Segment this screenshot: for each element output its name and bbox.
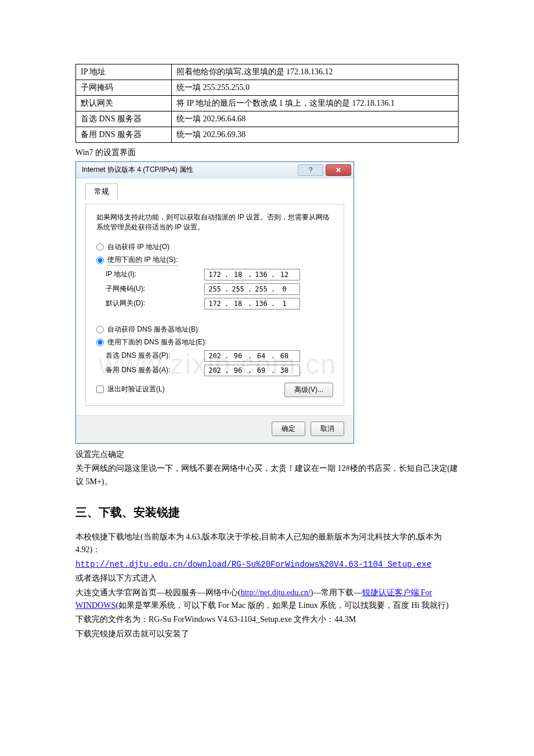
radio-manual-dns-label: 使用下面的 DNS 服务器地址(E): bbox=[107, 337, 207, 347]
panel-description: 如果网络支持此功能，则可以获取自动指派的 IP 设置。否则，您需要从网络系统管理… bbox=[96, 213, 333, 231]
ip-octet[interactable]: 172 bbox=[205, 300, 225, 308]
cell-key: 子网掩码 bbox=[76, 80, 172, 96]
radio-manual-dns[interactable]: 使用下面的 DNS 服务器地址(E): bbox=[96, 337, 333, 347]
ip-octet[interactable]: 18 bbox=[228, 300, 248, 308]
ip-octet[interactable]: 136 bbox=[251, 271, 271, 279]
general-panel: 如果网络支持此功能，则可以获取自动指派的 IP 设置。否则，您需要从网络系统管理… bbox=[85, 204, 344, 405]
cell-val: 将 IP 地址的最后一个数改成 1 填上，这里填的是 172.18.136.1 bbox=[172, 96, 459, 111]
table-row: 备用 DNS 服务器统一填 202.96.69.38 bbox=[76, 127, 459, 143]
ok-button[interactable]: 确定 bbox=[272, 422, 305, 436]
ip-config-table: IP 地址照着他给你的填写,这里填的是 172.18.136.12 子网掩码统一… bbox=[75, 64, 459, 143]
dns1-label: 首选 DNS 服务器(P): bbox=[106, 351, 204, 361]
field-gateway: 默认网关(D): 172. 18. 136. 1 bbox=[106, 298, 333, 309]
dialog-button-row: 确定 取消 bbox=[76, 415, 353, 443]
section3-p4: 下载完的文件名为：RG-Su ForWindows V4.63-1104_Set… bbox=[75, 613, 459, 626]
ip-octet[interactable]: 64 bbox=[251, 352, 271, 360]
ip-octet[interactable]: 255 bbox=[205, 285, 225, 293]
caption-win7: Win7 的设置界面 bbox=[75, 146, 459, 159]
cell-val: 统一填 202.96.64.68 bbox=[172, 111, 459, 127]
ip-octet[interactable]: 202 bbox=[205, 352, 225, 360]
ip-octet[interactable]: 96 bbox=[228, 366, 248, 375]
text: (如果是苹果系统，可以下载 For Mac 版的，如果是 Linux 系统，可以… bbox=[116, 601, 449, 610]
text: 大连交通大学官网首页—校园服务—网络中心( bbox=[75, 588, 241, 597]
checkbox-validate-input[interactable] bbox=[96, 386, 104, 393]
section3-p2: 或者选择以下方式进入 bbox=[75, 572, 459, 585]
tab-general[interactable]: 常规 bbox=[85, 183, 118, 200]
close-button[interactable]: ✕ bbox=[326, 164, 351, 176]
section3-heading: 三、下载、安装锐捷 bbox=[75, 505, 459, 520]
field-dns1: 首选 DNS 服务器(P): 202. 96. 64. 68 bbox=[106, 350, 333, 362]
tcpip-properties-dialog: Internet 协议版本 4 (TCP/IPv4) 属性 ? ✕ 常规 如果网… bbox=[75, 161, 354, 443]
cell-key: 首选 DNS 服务器 bbox=[76, 111, 172, 127]
mask-input[interactable]: 255. 255. 255. 0 bbox=[204, 283, 300, 295]
gateway-input[interactable]: 172. 18. 136. 1 bbox=[204, 298, 300, 309]
radio-manual-ip-input[interactable] bbox=[96, 257, 104, 264]
dns1-input[interactable]: 202. 96. 64. 68 bbox=[204, 350, 300, 362]
ip-octet[interactable]: 172 bbox=[205, 271, 225, 279]
section3-p5: 下载完锐捷后双击就可以安装了 bbox=[75, 628, 459, 640]
dns2-input[interactable]: 202. 96. 69. 38 bbox=[204, 365, 300, 376]
checkbox-validate-label: 退出时验证设置(L) bbox=[107, 384, 165, 394]
table-row: 首选 DNS 服务器统一填 202.96.64.68 bbox=[76, 111, 459, 127]
ip-octet[interactable]: 202 bbox=[205, 366, 225, 375]
cancel-button[interactable]: 取消 bbox=[311, 422, 344, 436]
mask-label: 子网掩码(U): bbox=[106, 284, 204, 294]
ip-input[interactable]: 172. 18. 136. 12 bbox=[204, 269, 300, 280]
download-link[interactable]: http://net.djtu.edu.cn/download/RG-Su%20… bbox=[75, 560, 431, 569]
advanced-button[interactable]: 高级(V)... bbox=[284, 383, 333, 397]
ip-octet[interactable]: 12 bbox=[275, 271, 294, 279]
ip-octet[interactable]: 0 bbox=[275, 285, 294, 293]
cell-key: IP 地址 bbox=[76, 64, 172, 80]
ip-octet[interactable]: 96 bbox=[228, 352, 248, 360]
cell-val: 统一填 202.96.69.38 bbox=[172, 127, 459, 143]
ip-label: IP 地址(I): bbox=[106, 269, 204, 279]
radio-auto-ip-input[interactable] bbox=[96, 243, 104, 251]
table-row: 默认网关将 IP 地址的最后一个数改成 1 填上，这里填的是 172.18.13… bbox=[76, 96, 459, 111]
section3-p1: 本校锐捷下载地址(当前版本为 4.63,版本取决于学校,目前本人已知的最新版本为… bbox=[75, 531, 459, 557]
table-row: IP 地址照着他给你的填写,这里填的是 172.18.136.12 bbox=[76, 64, 459, 80]
radio-manual-dns-input[interactable] bbox=[96, 339, 104, 346]
radio-auto-dns-input[interactable] bbox=[96, 326, 104, 333]
section3-p3: 大连交通大学官网首页—校园服务—网络中心(http://net.djtu.edu… bbox=[75, 586, 459, 613]
dns2-label: 备用 DNS 服务器(A): bbox=[106, 365, 204, 375]
titlebar: Internet 协议版本 4 (TCP/IPv4) 属性 ? ✕ bbox=[76, 162, 353, 178]
cell-key: 默认网关 bbox=[76, 96, 172, 111]
cell-val: 统一填 255.255.255.0 bbox=[172, 80, 459, 96]
radio-auto-ip-label: 自动获得 IP 地址(O) bbox=[107, 242, 169, 252]
after-dialog-line1: 设置完点确定 bbox=[75, 448, 459, 461]
help-button[interactable]: ? bbox=[298, 164, 323, 176]
radio-auto-dns-label: 自动获得 DNS 服务器地址(B) bbox=[107, 325, 198, 334]
ip-octet[interactable]: 38 bbox=[275, 366, 294, 375]
ip-octet[interactable]: 1 bbox=[275, 300, 294, 308]
radio-manual-ip-label: 使用下面的 IP 地址(S): bbox=[107, 255, 178, 266]
table-row: 子网掩码统一填 255.255.255.0 bbox=[76, 80, 459, 96]
ip-octet[interactable]: 255 bbox=[228, 285, 248, 293]
text: )—常用下载— bbox=[311, 588, 362, 597]
gateway-label: 默认网关(D): bbox=[106, 298, 204, 308]
cell-val: 照着他给你的填写,这里填的是 172.18.136.12 bbox=[172, 64, 459, 80]
ip-octet[interactable]: 68 bbox=[275, 352, 294, 360]
radio-auto-dns[interactable]: 自动获得 DNS 服务器地址(B) bbox=[96, 325, 333, 334]
after-dialog-line2: 关于网线的问题这里说一下，网线不要在网络中心买，太贵！建议在一期 12#楼的书店… bbox=[75, 462, 459, 488]
cell-key: 备用 DNS 服务器 bbox=[76, 127, 172, 143]
radio-auto-ip[interactable]: 自动获得 IP 地址(O) bbox=[96, 242, 333, 252]
dialog-title: Internet 协议版本 4 (TCP/IPv4) 属性 bbox=[82, 165, 298, 175]
field-mask: 子网掩码(U): 255. 255. 255. 0 bbox=[106, 283, 333, 295]
ip-octet[interactable]: 69 bbox=[251, 366, 271, 375]
field-dns2: 备用 DNS 服务器(A): 202. 96. 69. 38 bbox=[106, 365, 333, 376]
field-ip: IP 地址(I): 172. 18. 136. 12 bbox=[106, 269, 333, 280]
ip-octet[interactable]: 18 bbox=[228, 271, 248, 279]
netcenter-link[interactable]: http://net.djtu.edu.cn/ bbox=[241, 588, 311, 597]
ip-octet[interactable]: 255 bbox=[251, 285, 271, 293]
tab-strip: 常规 bbox=[85, 183, 344, 199]
radio-manual-ip[interactable]: 使用下面的 IP 地址(S): bbox=[96, 255, 333, 266]
ip-octet[interactable]: 136 bbox=[251, 300, 271, 308]
